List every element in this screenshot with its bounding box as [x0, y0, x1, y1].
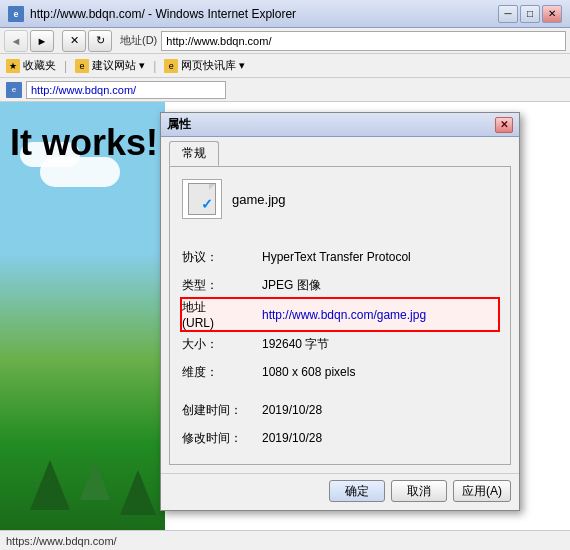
- dialog-tabs: 常规: [161, 137, 519, 166]
- refresh-icon: ↻: [96, 34, 105, 47]
- size-value: 192640 字节: [262, 330, 498, 358]
- news-label: 网页快讯库 ▾: [181, 58, 245, 73]
- browser-icon: e: [8, 6, 24, 22]
- properties-dialog: 属性 ✕ 常规 ✓: [160, 112, 520, 511]
- protocol-label: 协议：: [182, 243, 262, 271]
- dialog-title: 属性: [167, 116, 495, 133]
- stop-icon: ✕: [70, 34, 79, 47]
- type-value: JPEG 图像: [262, 271, 498, 299]
- type-label: 类型：: [182, 271, 262, 299]
- url-browser-icon: e: [6, 82, 22, 98]
- close-button[interactable]: ✕: [542, 5, 562, 23]
- separator-2: |: [153, 59, 156, 73]
- maximize-button[interactable]: □: [520, 5, 540, 23]
- file-icon-inner: ✓: [188, 183, 216, 215]
- size-row: 大小： 192640 字节: [182, 330, 498, 358]
- file-header: ✓ game.jpg: [182, 179, 498, 227]
- dimensions-row: 维度： 1080 x 608 pixels: [182, 358, 498, 386]
- address-label: 地址(D): [120, 33, 157, 48]
- forward-button[interactable]: ►: [30, 30, 54, 52]
- favorites-star-icon: ★: [6, 59, 20, 73]
- url-address-label: 地址(URL): [182, 299, 262, 330]
- dialog-title-bar: 属性 ✕: [161, 113, 519, 137]
- back-button[interactable]: ◄: [4, 30, 28, 52]
- url-input[interactable]: [26, 81, 226, 99]
- favorites-menu[interactable]: ★ 收藏夹: [6, 58, 56, 73]
- file-checkmark-icon: ✓: [201, 196, 213, 212]
- stop-button[interactable]: ✕: [62, 30, 86, 52]
- dialog-footer: 确定 取消 应用(A): [161, 473, 519, 510]
- size-label: 大小：: [182, 330, 262, 358]
- suggest-label: 建议网站 ▾: [92, 58, 145, 73]
- address-bar-container: 地址(D): [120, 31, 566, 51]
- tab-general[interactable]: 常规: [169, 141, 219, 166]
- protocol-value: HyperText Transfer Protocol: [262, 243, 498, 271]
- modified-row: 修改时间： 2019/10/28: [182, 424, 498, 452]
- properties-table: 协议： HyperText Transfer Protocol 类型： JPEG…: [182, 243, 498, 452]
- url-address-row: 地址(URL) http://www.bdqn.com/game.jpg: [182, 299, 498, 330]
- file-icon: ✓: [182, 179, 222, 219]
- status-url: https://www.bdqn.com/: [6, 535, 564, 547]
- content-area: It works! 属性 ✕ 常规: [0, 102, 570, 530]
- cancel-button[interactable]: 取消: [391, 480, 447, 502]
- url-address-value: http://www.bdqn.com/game.jpg: [262, 299, 498, 330]
- suggest-site-item[interactable]: e 建议网站 ▾: [75, 58, 145, 73]
- created-label: 创建时间：: [182, 396, 262, 424]
- window-controls: ─ □ ✕: [498, 5, 562, 23]
- suggest-icon: e: [75, 59, 89, 73]
- favorites-label: 收藏夹: [23, 58, 56, 73]
- refresh-button[interactable]: ↻: [88, 30, 112, 52]
- dialog-close-button[interactable]: ✕: [495, 117, 513, 133]
- type-row: 类型： JPEG 图像: [182, 271, 498, 299]
- back-icon: ◄: [11, 35, 22, 47]
- file-name: game.jpg: [232, 192, 285, 207]
- navigation-toolbar: ◄ ► ✕ ↻ 地址(D): [0, 28, 570, 54]
- apply-button[interactable]: 应用(A): [453, 480, 511, 502]
- file-icon-corner: [209, 184, 215, 190]
- browser-window: e http://www.bdqn.com/ - Windows Interne…: [0, 0, 570, 550]
- modal-overlay: 属性 ✕ 常规 ✓: [0, 102, 570, 530]
- separator-1: |: [64, 59, 67, 73]
- url-bar: e: [0, 78, 570, 102]
- news-icon: e: [164, 59, 178, 73]
- created-value: 2019/10/28: [262, 396, 498, 424]
- dimensions-value: 1080 x 608 pixels: [262, 358, 498, 386]
- favorites-bar: ★ 收藏夹 | e 建议网站 ▾ | e 网页快讯库 ▾: [0, 54, 570, 78]
- address-input[interactable]: [161, 31, 566, 51]
- confirm-button[interactable]: 确定: [329, 480, 385, 502]
- status-bar: https://www.bdqn.com/: [0, 530, 570, 550]
- modified-value: 2019/10/28: [262, 424, 498, 452]
- title-bar: e http://www.bdqn.com/ - Windows Interne…: [0, 0, 570, 28]
- dialog-content: ✓ game.jpg 协议： HyperText Transfer Protoc…: [169, 166, 511, 465]
- forward-icon: ►: [37, 35, 48, 47]
- news-item[interactable]: e 网页快讯库 ▾: [164, 58, 245, 73]
- protocol-row: 协议： HyperText Transfer Protocol: [182, 243, 498, 271]
- window-title: http://www.bdqn.com/ - Windows Internet …: [30, 7, 492, 21]
- modified-label: 修改时间：: [182, 424, 262, 452]
- dimensions-label: 维度：: [182, 358, 262, 386]
- minimize-button[interactable]: ─: [498, 5, 518, 23]
- spacer-row: [182, 386, 498, 396]
- created-row: 创建时间： 2019/10/28: [182, 396, 498, 424]
